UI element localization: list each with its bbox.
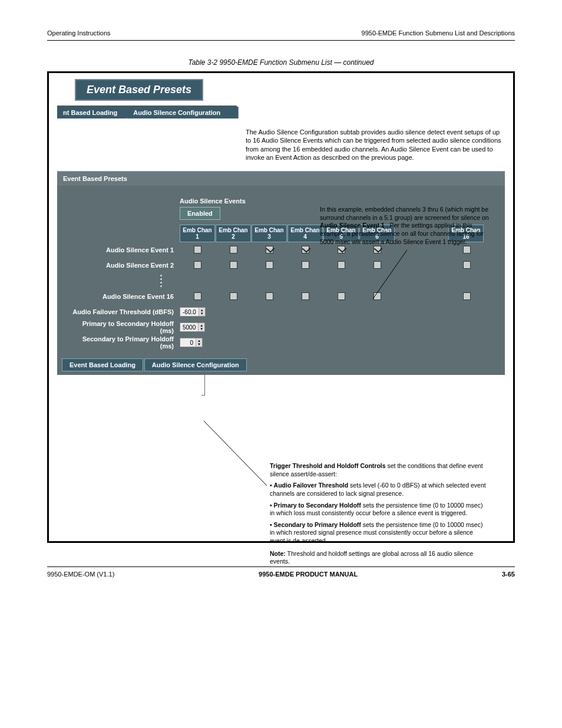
svg-line-1 xyxy=(204,421,267,486)
chk-r1-c5[interactable] xyxy=(338,246,345,253)
chk-r16-c4[interactable] xyxy=(302,292,309,300)
spinner-arrows-icon[interactable]: ▲▼ xyxy=(198,323,204,331)
chk-r1-c1[interactable] xyxy=(194,246,201,253)
enabled-button[interactable]: Enabled xyxy=(180,207,220,220)
tab-event-based-loading-bot[interactable]: Event Based Loading xyxy=(62,358,143,371)
chk-r1-c4[interactable] xyxy=(302,246,309,253)
p2-label: Primary to Secondary Holdoff (ms) xyxy=(68,320,180,334)
callout-threshold: Trigger Threshold and Holdoff Controls s… xyxy=(270,462,488,566)
col-head-2: Emb Chan 2 xyxy=(216,225,251,242)
row16-label: Audio Silence Event 16 xyxy=(68,293,180,300)
param-row-threshold: Audio Failover Threshold (dBFS) -60.0 ▲▼ xyxy=(68,304,494,319)
c1a: In this example, embedded channels 3 thr… xyxy=(320,206,489,221)
p3-label: Secondary to Primary Holdoff (ms) xyxy=(68,335,180,350)
badge-wrap: Event Based Presets xyxy=(57,79,237,107)
param-row-sec-pri: Secondary to Primary Holdoff (ms) 0 ▲▼ xyxy=(68,335,494,350)
footer-center: 9950-EMDE PRODUCT MANUAL xyxy=(259,571,358,578)
event-row-16: Audio Silence Event 16 xyxy=(68,289,494,304)
footer-left: 9950-EMDE-OM (V1.1) xyxy=(47,571,114,578)
chk-r2-c5[interactable] xyxy=(338,261,345,269)
chk-r2-c3[interactable] xyxy=(266,261,273,269)
panel: Event Based Presets Audio Silence Events… xyxy=(57,171,505,375)
section-title: Audio Silence Events xyxy=(180,197,494,205)
c2-title: Trigger Threshold and Holdoff Controls xyxy=(270,462,386,469)
context-text: The Audio Silence Configuration subtab p… xyxy=(246,128,505,162)
page-footer: 9950-EMDE-OM (V1.1) 9950-EMDE PRODUCT MA… xyxy=(47,571,515,578)
threshold-spinner[interactable]: -60.0 ▲▼ xyxy=(180,307,206,317)
bracket-icon xyxy=(201,353,205,396)
spinner-arrows-icon[interactable]: ▲▼ xyxy=(199,308,205,316)
col-head-3: Emb Chan 3 xyxy=(252,225,287,242)
col-head-1: Emb Chan 1 xyxy=(180,225,215,242)
footer-right: 3-65 xyxy=(502,571,515,578)
presets-badge: Event Based Presets xyxy=(75,79,203,101)
chk-r1-c6[interactable] xyxy=(373,246,381,253)
panel-title: Event Based Presets xyxy=(57,172,505,186)
chk-r2-c6[interactable] xyxy=(373,261,381,269)
vdots xyxy=(68,273,180,289)
row2-label: Audio Silence Event 2 xyxy=(68,262,180,269)
chk-r16-c2[interactable] xyxy=(230,292,237,300)
p2-val: 5000 xyxy=(180,324,198,331)
table-caption: Table 3-2 9950-EMDE Function Submenu Lis… xyxy=(47,58,515,67)
chk-r2-c2[interactable] xyxy=(230,261,237,269)
event-row-2: Audio Silence Event 2 xyxy=(68,258,494,273)
spinner-arrows-icon[interactable]: ▲▼ xyxy=(196,338,202,347)
header-right: 9950-EMDE Function Submenu List and Desc… xyxy=(362,29,515,37)
page-header: Operating Instructions 9950-EMDE Functio… xyxy=(47,29,515,37)
chk-r2-c16[interactable] xyxy=(463,261,471,269)
bottom-subtabs: Event Based Loading Audio Silence Config… xyxy=(57,356,505,375)
row1-label: Audio Silence Event 1 xyxy=(68,246,180,253)
note-label: Note: xyxy=(270,550,286,557)
top-rule xyxy=(47,40,515,41)
chk-r1-c3[interactable] xyxy=(266,246,273,253)
c1bold: Audio Silence Event 1 xyxy=(320,222,385,229)
param-row-pri-sec: Primary to Secondary Holdoff (ms) 5000 ▲… xyxy=(68,319,494,335)
chk-r1-c16[interactable] xyxy=(463,246,471,253)
tab-audio-silence-config[interactable]: Audio Silence Configuration xyxy=(127,107,239,118)
tab-event-based-loading[interactable]: nt Based Loading xyxy=(57,107,127,118)
chk-r2-c1[interactable] xyxy=(194,261,201,269)
c2-note: Threshold and holdoff settings are globa… xyxy=(270,550,473,565)
p1-label: Audio Failover Threshold (dBFS) xyxy=(68,308,180,315)
callout-example: In this example, embedded channels 3 thr… xyxy=(320,206,491,246)
header-left: Operating Instructions xyxy=(47,29,111,37)
chk-r16-c6[interactable] xyxy=(373,292,381,300)
chk-r2-c4[interactable] xyxy=(302,261,309,269)
holdoff2-spinner[interactable]: 0 ▲▼ xyxy=(180,338,203,347)
holdoff1-spinner[interactable]: 5000 ▲▼ xyxy=(180,322,205,332)
chk-r16-c3[interactable] xyxy=(266,292,273,300)
tab-audio-silence-config-bot[interactable]: Audio Silence Configuration xyxy=(144,358,247,371)
figure-box: Event Based Presets nt Based Loading Aud… xyxy=(47,71,515,543)
top-subtabs: nt Based Loading Audio Silence Configura… xyxy=(57,107,239,118)
c2b3a: Secondary to Primary Holdoff xyxy=(274,521,361,528)
c2b1a: Audio Failover Threshold xyxy=(274,482,349,489)
c2b2a: Primary to Secondary Holdoff xyxy=(274,502,361,509)
col-head-4: Emb Chan 4 xyxy=(287,225,323,242)
vdots-row xyxy=(68,273,494,289)
bottom-rule xyxy=(47,566,515,567)
p1-val: -60.0 xyxy=(180,309,199,315)
p3-val: 0 xyxy=(180,340,196,346)
chk-r16-c5[interactable] xyxy=(338,292,345,300)
chk-r16-c16[interactable] xyxy=(463,292,471,300)
chk-r16-c1[interactable] xyxy=(194,292,201,300)
chk-r1-c2[interactable] xyxy=(230,246,237,253)
